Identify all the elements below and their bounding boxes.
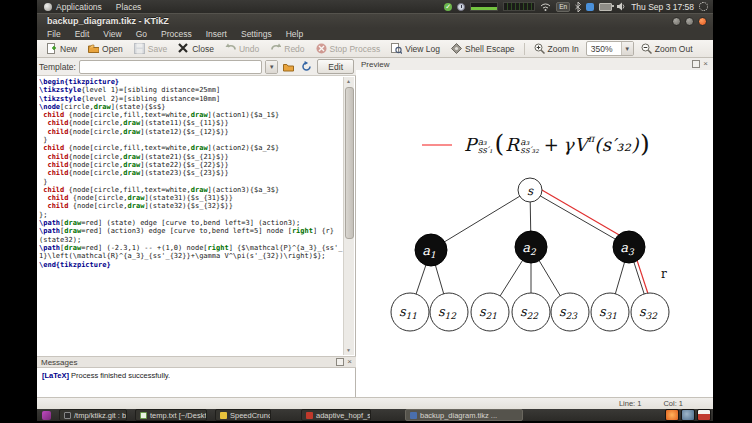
template-edit-button[interactable]: Edit	[317, 59, 354, 74]
template-open-button[interactable]	[281, 59, 296, 74]
panel-clock[interactable]: Thu Sep 3 17:58	[631, 2, 694, 12]
shell-escape-button[interactable]: Shell Escape	[447, 42, 519, 55]
save-button[interactable]: Save	[130, 42, 171, 55]
redo-button[interactable]: Redo	[266, 42, 308, 55]
scroll-down-icon[interactable]: ▼	[344, 346, 353, 355]
node-s: s	[518, 178, 542, 202]
globe-icon[interactable]	[681, 409, 695, 421]
zoom-in-button[interactable]: Zoom In	[530, 42, 583, 55]
keyboard-layout-badge[interactable]: En	[556, 2, 570, 12]
screen: Applications Places ✓ En	[0, 0, 752, 423]
toolbar: New Open Save Close Undo Redo Stop Proce…	[37, 40, 713, 58]
backup-diagram: s a1 a2 a3 s11 s12	[356, 70, 713, 397]
code-segment: draw	[128, 194, 145, 202]
float-pane-icon[interactable]	[692, 60, 700, 68]
chat-icon[interactable]	[586, 3, 594, 11]
close-button[interactable]	[698, 17, 707, 26]
template-combo-input[interactable]	[79, 60, 262, 74]
task-backup-diagram[interactable]: backup_diagram.tikz ...	[405, 409, 523, 421]
stop-process-button[interactable]: Stop Process	[312, 42, 385, 55]
updater-check-icon[interactable]: ✓	[444, 3, 452, 11]
launcher-icon[interactable]	[42, 411, 51, 420]
code-segment: {node[circle,fill,text=white,	[64, 144, 190, 152]
code-line: child {node[circle,draw](state31){$s_{31…	[39, 194, 343, 202]
system-monitor-net-graph-icon[interactable]	[503, 2, 535, 11]
code-segment: right	[208, 244, 229, 252]
preview-body: Pa₃ss′₁(Ra₃ss′₃₂+γVπ(s′₃₂))	[356, 70, 713, 397]
close-x-icon	[178, 43, 189, 54]
bluetooth-icon[interactable]	[575, 2, 581, 12]
terminal-icon	[64, 412, 71, 419]
status-col: Col: 1	[663, 399, 683, 408]
scrollbar-thumb[interactable]	[345, 87, 354, 239]
code-line: child{node[circle,draw](state21){$s_{21}…	[39, 153, 343, 161]
code-segment: ](state32){$s_{32}$}}	[144, 202, 233, 210]
code-segment: ](state11){$s_{11}$}}	[140, 119, 229, 127]
menu-help[interactable]: Help	[280, 29, 309, 39]
titlebar[interactable]: backup_diagram.tikz - KTikZ	[37, 13, 713, 28]
new-button[interactable]: New	[42, 42, 81, 55]
undo-button[interactable]: Undo	[221, 42, 263, 55]
code-segment: {node[circle,	[69, 161, 124, 169]
code-segment: child	[43, 144, 64, 152]
firefox-icon[interactable]	[665, 409, 679, 421]
menu-edit[interactable]: Edit	[69, 29, 96, 39]
zoom-out-button[interactable]: Zoom Out	[637, 42, 697, 55]
system-monitor-cpu-graph-icon[interactable]	[470, 2, 498, 11]
editor-scrollbar[interactable]: ▲ ▼	[343, 77, 354, 355]
open-button[interactable]: Open	[84, 42, 127, 55]
menu-go[interactable]: Go	[130, 29, 153, 39]
clock-icon[interactable]	[457, 3, 465, 11]
task-textfile[interactable]: temp.txt [~/Desktop...	[135, 409, 207, 421]
taskbar: /tmp/ktikz.git : bash ... temp.txt [~/De…	[37, 409, 713, 421]
session-gear-icon[interactable]	[699, 2, 708, 11]
close-file-button[interactable]: Close	[174, 42, 218, 55]
task-speedcrunch[interactable]: SpeedCrunch	[215, 409, 271, 421]
menu-process[interactable]: Process	[155, 29, 198, 39]
workspace-icon[interactable]	[697, 409, 711, 421]
code-segment: draw	[123, 153, 140, 161]
code-segment: draw	[64, 244, 81, 252]
window-title: backup_diagram.tikz - KTikZ	[37, 16, 169, 26]
menu-settings[interactable]: Settings	[235, 29, 278, 39]
applications-menu[interactable]: Applications	[37, 0, 109, 13]
places-menu[interactable]: Places	[109, 0, 149, 13]
code-line: child {node[circle,fill,text=white,draw]…	[39, 186, 343, 194]
task-adaptive-hopf[interactable]: adaptive_hopf_struc...	[301, 409, 371, 421]
node-s31: s31	[591, 293, 629, 331]
refresh-icon	[301, 61, 312, 72]
float-pane-icon[interactable]	[336, 358, 344, 366]
maximize-button[interactable]	[685, 17, 694, 26]
view-log-button[interactable]: View Log	[387, 42, 444, 55]
code-segment: {node[circle,	[69, 119, 124, 127]
code-line: child{node[circle,draw](state22){$s_{22}…	[39, 161, 343, 169]
close-pane-icon[interactable]: ×	[703, 61, 708, 67]
pdf-icon	[306, 412, 313, 419]
volume-icon[interactable]	[617, 2, 626, 11]
menu-file[interactable]: File	[41, 29, 67, 39]
zoom-level-combo[interactable]: 350% ▼	[586, 41, 634, 56]
code-segment: child	[47, 161, 68, 169]
save-disk-icon	[134, 43, 145, 54]
template-refresh-button[interactable]	[299, 59, 314, 74]
combo-arrow-icon[interactable]: ▼	[621, 42, 633, 55]
desktop: Applications Places ✓ En	[37, 0, 713, 421]
close-pane-icon[interactable]: ×	[347, 359, 352, 365]
task-terminal[interactable]: /tmp/ktikz.git : bash ...	[59, 409, 127, 421]
template-combo-arrow[interactable]: ▼	[265, 60, 278, 74]
preview-title: Preview	[361, 60, 389, 69]
scroll-up-icon[interactable]: ▲	[344, 77, 353, 86]
node-s12: s12	[430, 293, 468, 331]
menu-view[interactable]: View	[97, 29, 127, 39]
code-segment: ](state){$s$}	[111, 103, 166, 111]
minimize-button[interactable]	[672, 17, 681, 26]
code-segment: }	[39, 136, 47, 144]
code-line: \tikzstyle{level 2}=[sibling distance=10…	[39, 95, 343, 103]
code-editor[interactable]: \begin{tikzpicture}\tikzstyle{level 1}=[…	[37, 76, 356, 356]
battery-icon[interactable]	[599, 3, 612, 11]
reward-label: r	[661, 267, 667, 281]
code-area[interactable]: \begin{tikzpicture}\tikzstyle{level 1}=[…	[39, 78, 343, 269]
wifi-icon[interactable]	[540, 2, 551, 11]
redo-icon	[270, 43, 281, 54]
menu-insert[interactable]: Insert	[200, 29, 233, 39]
